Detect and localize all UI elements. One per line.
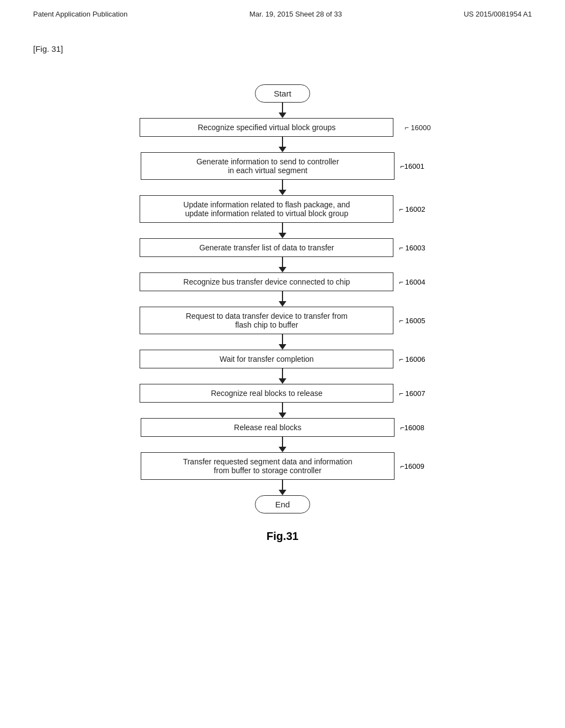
connector-5 [282,291,283,301]
arrow-6 [279,344,286,350]
end-row: End [111,495,454,513]
end-box: End [255,495,310,513]
arrow-0 [279,113,286,118]
step-label-16008: ⌐16008 [400,424,424,432]
connector-0 [282,103,283,113]
step-box-16007: Recognize real blocks to release [140,384,393,403]
fig-label: [Fig. 31] [33,44,63,53]
arrow-10 [279,490,286,495]
step-box-16001: Generate information to send to controll… [141,152,395,180]
step-label-16009: ⌐16009 [400,462,424,470]
connector-9 [282,437,283,447]
step-row-16007: Recognize real blocks to release ⌐ 16007 [111,384,454,403]
start-box: Start [255,84,310,103]
connector-3 [282,223,283,233]
step-row-16003: Generate transfer list of data to transf… [111,238,454,257]
arrow-1 [279,147,286,152]
arrow-2 [279,190,286,195]
step-row-16001: Generate information to send to controll… [111,152,454,180]
step-box-16004: Recognize bus transfer device connected … [140,272,393,291]
step-label-16001: ⌐16001 [400,162,424,170]
step-box-16003: Generate transfer list of data to transf… [140,238,393,257]
flowchart: Start Recognize specified virtual block … [111,84,454,513]
step-box-16009: Transfer requested segment data and info… [141,452,395,480]
step-row-16006: Wait for transfer completion ⌐ 16006 [111,350,454,368]
step-label-16005: ⌐ 16005 [399,317,425,325]
connector-8 [282,403,283,413]
step-box-16002: Update information related to flash pack… [140,195,393,223]
connector-7 [282,368,283,378]
step-label-16006: ⌐ 16006 [399,355,425,363]
diagram-container: Start Recognize specified virtual block … [0,84,565,543]
connector-2 [282,180,283,190]
page-header: Patent Application Publication Mar. 19, … [0,0,565,18]
step-label-16000: ⌐ 16000 [404,124,430,132]
step-row-16004: Recognize bus transfer device connected … [111,272,454,291]
arrow-3 [279,233,286,238]
step-label-16003: ⌐ 16003 [399,244,425,252]
header-middle: Mar. 19, 2015 Sheet 28 of 33 [249,10,342,18]
step-box-16008: Release real blocks [141,418,395,437]
fig-caption: Fig.31 [266,530,299,543]
step-box-16006: Wait for transfer completion [140,350,393,368]
step-label-16002: ⌐ 16002 [399,205,425,213]
arrow-4 [279,267,286,272]
step-row-16000: Recognize specified virtual block groups… [111,118,454,137]
step-label-16007: ⌐ 16007 [399,389,425,398]
arrow-5 [279,301,286,307]
step-row-16009: Transfer requested segment data and info… [111,452,454,480]
header-left: Patent Application Publication [33,10,127,18]
arrow-7 [279,378,286,384]
start-row: Start [111,84,454,103]
step-label-16004: ⌐ 16004 [399,278,425,286]
step-row-16005: Request to data transfer device to trans… [111,307,454,334]
arrow-9 [279,447,286,452]
step-box-16005: Request to data transfer device to trans… [140,307,393,334]
connector-1 [282,137,283,147]
step-row-16002: Update information related to flash pack… [111,195,454,223]
header-right: US 2015/0081954 A1 [463,10,532,18]
connector-4 [282,257,283,267]
step-box-16000: Recognize specified virtual block groups [140,118,393,137]
arrow-8 [279,413,286,418]
connector-6 [282,334,283,344]
connector-10 [282,480,283,490]
step-row-16008: Release real blocks ⌐16008 [111,418,454,437]
